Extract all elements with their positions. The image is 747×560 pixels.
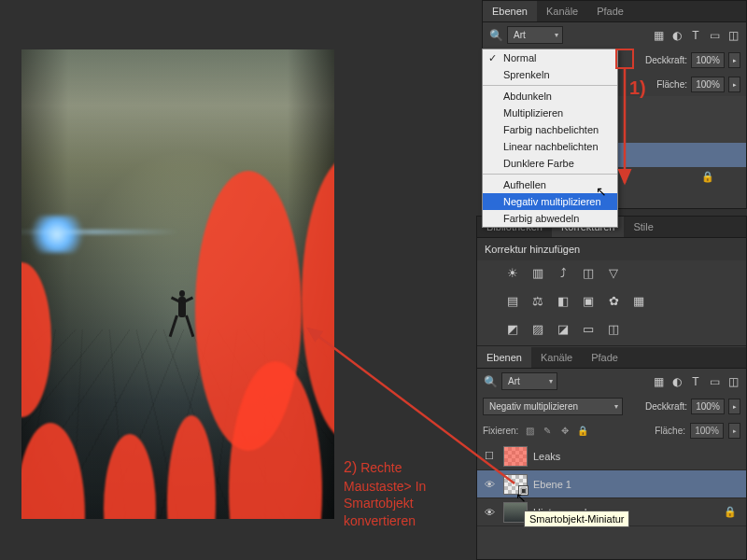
filter-shape-icon[interactable]: ▭	[707, 28, 722, 43]
panel2-layers-tabs: Ebenen Kanäle Pfade	[477, 347, 746, 369]
adj-gradient-map-icon[interactable]: ▭	[579, 320, 598, 337]
fill-dropdown-2[interactable]: ▸	[728, 423, 740, 439]
adjustments-title: Korrektur hinzufügen	[477, 238, 746, 260]
adj-exposure-icon[interactable]: ◫	[579, 264, 598, 281]
search-icon: 🔍	[488, 28, 503, 43]
annotation-2: 2) Rechte Maustaste> In Smartobjekt konv…	[344, 457, 470, 530]
adj-color-lookup-icon[interactable]: ▦	[629, 292, 648, 309]
filter-type-icon[interactable]: T	[688, 28, 703, 43]
panel-tabs: Ebenen Kanäle Pfade	[483, 1, 746, 22]
adj-channel-mixer-icon[interactable]: ✿	[604, 292, 623, 309]
filter-shape-icon[interactable]: ▭	[707, 374, 722, 389]
opacity-dropdown-2[interactable]: ▸	[728, 399, 740, 414]
filter-type-icon[interactable]: T	[688, 374, 703, 389]
tab-ebenen[interactable]: Ebenen	[483, 1, 537, 21]
blend-abdunkeln[interactable]: Abdunkeln	[483, 88, 617, 105]
layer-filter-select[interactable]: Art▾	[507, 26, 563, 44]
adjustments-grid: ☀ ▥ ⤴ ◫ ▽	[477, 260, 746, 288]
adj-invert-icon[interactable]: ◩	[503, 320, 522, 337]
tooltip-smartobjekt: Smartobjekt-Miniatur	[524, 511, 629, 527]
blend-mode-value-2: Negativ multiplizieren	[489, 401, 578, 412]
fill-value-2[interactable]: 100%	[690, 423, 724, 439]
blend-normal[interactable]: ✓Normal	[483, 49, 617, 66]
layer-name[interactable]: Leaks	[533, 451, 742, 462]
fix-label: Fixieren:	[483, 426, 518, 436]
adj-threshold-icon[interactable]: ◪	[554, 320, 572, 337]
tab-stile[interactable]: Stile	[624, 217, 662, 237]
adj-selective-color-icon[interactable]: ◫	[604, 320, 623, 337]
layer-filter-value-2: Art	[508, 376, 520, 386]
visibility-toggle[interactable]: 👁	[481, 479, 498, 490]
blend-multiplizieren[interactable]: Multiplizieren	[483, 105, 617, 121]
layer-name[interactable]: Ebene 1	[533, 479, 742, 490]
adj-hue-icon[interactable]: ▤	[503, 292, 522, 309]
blend-farbig-abwedeln[interactable]: Farbig abwedeln	[483, 210, 617, 227]
layer-row-leaks[interactable]: ☐ Leaks	[477, 442, 746, 470]
cursor-icon: ↖	[596, 184, 607, 199]
layer-filter-value: Art	[514, 30, 526, 40]
adj-curves-icon[interactable]: ⤴	[554, 264, 572, 281]
document-canvas	[21, 49, 334, 519]
blend-mode-select-2[interactable]: Negativ multiplizieren▾	[483, 398, 623, 415]
adj-levels-icon[interactable]: ▥	[529, 264, 547, 281]
tab2-kanaele[interactable]: Kanäle	[531, 347, 582, 368]
opacity-value[interactable]: 100%	[691, 52, 725, 68]
adj-vibrance-icon[interactable]: ▽	[604, 264, 623, 281]
filter-smartobj-icon[interactable]: ◫	[726, 374, 740, 389]
blend-linear-nachbelichten[interactable]: Linear nachbelichten	[483, 138, 617, 155]
adj-bw-icon[interactable]: ◧	[554, 292, 572, 309]
filter-adjust-icon[interactable]: ◐	[669, 28, 684, 43]
adj-posterize-icon[interactable]: ▨	[529, 320, 547, 337]
lock-pixels-icon[interactable]: ✎	[541, 426, 554, 436]
blend-farbig-nachbelichten[interactable]: Farbig nachbelichten	[483, 121, 617, 138]
tab2-ebenen[interactable]: Ebenen	[477, 347, 531, 368]
layer-thumb[interactable]	[503, 446, 528, 467]
annotation-1: 1)	[629, 77, 646, 99]
adj-photo-filter-icon[interactable]: ▣	[579, 292, 598, 309]
filter-image-icon[interactable]: ▦	[651, 28, 666, 43]
lock-icon: 🔒	[701, 171, 714, 183]
visibility-toggle[interactable]: 👁	[481, 507, 498, 518]
fill-value[interactable]: 100%	[691, 77, 725, 92]
lock-transparency-icon[interactable]: ▨	[523, 426, 536, 436]
tab2-pfade[interactable]: Pfade	[582, 347, 627, 368]
opacity-label: Deckkraft:	[645, 55, 687, 65]
filter-smartobj-icon[interactable]: ◫	[726, 28, 740, 43]
cursor-icon: ↖	[515, 490, 527, 505]
adj-balance-icon[interactable]: ⚖	[529, 292, 547, 309]
fill-label: Fläche:	[656, 79, 687, 90]
fill-dropdown[interactable]: ▸	[728, 77, 740, 92]
layer-filter-select-2[interactable]: Art▾	[501, 372, 557, 390]
lock-position-icon[interactable]: ✥	[558, 426, 571, 436]
annotation-box-1	[615, 49, 634, 69]
adj-brightness-icon[interactable]: ☀	[503, 264, 522, 281]
blend-sprenkeln[interactable]: Sprenkeln	[483, 66, 617, 83]
blend-dunklere-farbe[interactable]: Dunklere Farbe	[483, 155, 617, 172]
blend-mode-menu: ✓Normal Sprenkeln Abdunkeln Multiplizier…	[482, 49, 618, 228]
opacity-value-2[interactable]: 100%	[691, 399, 725, 414]
fill-label-2: Fläche:	[655, 426, 685, 436]
lock-all-icon[interactable]: 🔒	[576, 426, 589, 436]
adjustments-layers-panel: Bibliotheken Korrekturen Stile Korrektur…	[476, 216, 747, 560]
lock-icon: 🔒	[724, 506, 737, 518]
tab-pfade[interactable]: Pfade	[587, 1, 633, 21]
opacity-dropdown[interactable]: ▸	[728, 52, 740, 68]
filter-image-icon[interactable]: ▦	[651, 374, 666, 389]
opacity-label-2: Deckkraft:	[645, 401, 687, 412]
filter-adjust-icon[interactable]: ◐	[669, 374, 684, 389]
search-icon: 🔍	[483, 374, 498, 389]
visibility-toggle[interactable]: ☐	[481, 450, 498, 462]
tab-kanaele[interactable]: Kanäle	[537, 1, 587, 21]
